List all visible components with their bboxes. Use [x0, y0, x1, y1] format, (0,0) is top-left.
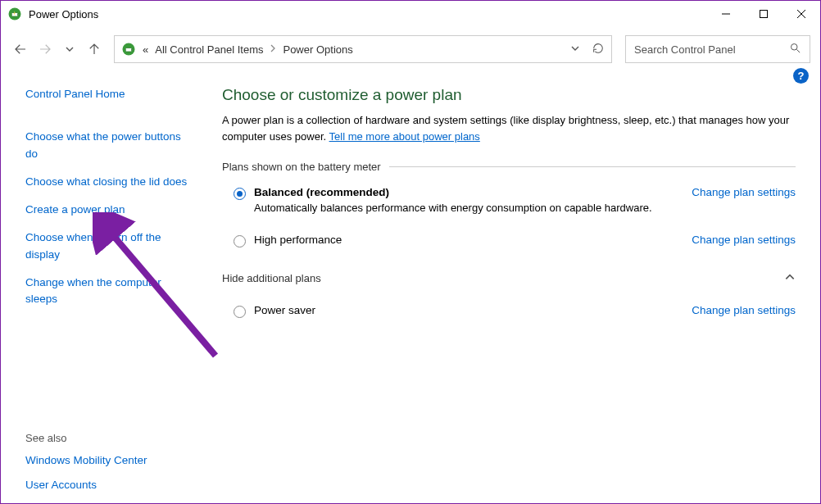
chevron-right-icon — [270, 44, 276, 54]
page-description: A power plan is a collection of hardware… — [222, 112, 796, 144]
group-title: Plans shown on the battery meter — [222, 161, 389, 173]
breadcrumb-item[interactable]: Power Options — [283, 43, 352, 56]
back-button[interactable] — [11, 36, 30, 62]
plans-visible-group: Plans shown on the battery meter Balance… — [222, 161, 796, 256]
sidebar-item-create-plan[interactable]: Create a power plan — [25, 202, 194, 218]
main-panel: Choose or customize a power plan A power… — [207, 71, 820, 503]
plan-name: High performance — [254, 234, 692, 246]
search-input[interactable]: Search Control Panel — [625, 35, 810, 63]
svg-point-10 — [792, 44, 798, 51]
svg-rect-9 — [132, 49, 134, 51]
radio-icon[interactable] — [234, 235, 246, 247]
svg-rect-4 — [760, 11, 768, 18]
navigation-toolbar: « All Control Panel Items Power Options … — [1, 27, 820, 71]
power-options-icon — [7, 7, 22, 21]
sidebar-item-display-off[interactable]: Choose when to turn off the display — [25, 229, 194, 263]
plan-description: Automatically balances performance with … — [254, 202, 692, 214]
plan-name: Balanced (recommended) — [254, 186, 692, 198]
plan-row-power-saver[interactable]: Power saver Change plan settings — [222, 293, 796, 326]
sidebar-item-power-buttons[interactable]: Choose what the power buttons do — [25, 129, 194, 162]
learn-more-link[interactable]: Tell me more about power plans — [329, 130, 480, 143]
minimize-button[interactable] — [707, 1, 745, 27]
maximize-button[interactable] — [745, 1, 782, 27]
see-also-heading: See also — [25, 432, 194, 444]
power-options-icon — [121, 42, 136, 57]
search-placeholder: Search Control Panel — [634, 43, 789, 56]
sidebar-item-lid-close[interactable]: Choose what closing the lid does — [25, 174, 194, 190]
svg-rect-2 — [18, 14, 20, 16]
window-controls — [707, 1, 820, 27]
recent-locations-button[interactable] — [60, 36, 79, 62]
sidebar-home-link[interactable]: Control Panel Home — [25, 86, 194, 102]
plan-row-high-performance[interactable]: High performance Change plan settings — [222, 222, 796, 256]
see-also-user-accounts[interactable]: User Accounts — [25, 477, 194, 493]
window-title: Power Options — [29, 8, 98, 20]
group-title[interactable]: Hide additional plans — [222, 272, 321, 284]
change-plan-settings-link[interactable]: Change plan settings — [692, 304, 796, 316]
address-bar[interactable]: « All Control Panel Items Power Options — [114, 35, 612, 63]
svg-line-11 — [796, 49, 800, 52]
content-area: ? Control Panel Home Choose what the pow… — [1, 71, 820, 503]
radio-icon[interactable] — [234, 306, 246, 318]
collapse-icon[interactable] — [784, 271, 796, 285]
plan-row-balanced[interactable]: Balanced (recommended) Automatically bal… — [222, 181, 796, 222]
see-also-mobility[interactable]: Windows Mobility Center — [25, 452, 194, 469]
page-title: Choose or customize a power plan — [222, 86, 796, 104]
plans-hidden-group: Hide additional plans Power saver Change… — [222, 272, 796, 326]
sidebar-item-sleep[interactable]: Change when the computer sleeps — [25, 275, 194, 308]
close-button[interactable] — [782, 1, 820, 27]
address-dropdown-icon[interactable] — [570, 43, 580, 56]
refresh-button[interactable] — [592, 42, 605, 57]
sidebar: Control Panel Home Choose what the power… — [1, 71, 207, 503]
titlebar: Power Options — [1, 1, 820, 27]
plan-name: Power saver — [254, 304, 692, 316]
radio-selected-icon[interactable] — [234, 188, 246, 200]
svg-rect-8 — [125, 48, 132, 52]
search-icon — [789, 42, 801, 57]
breadcrumb-prefix[interactable]: « — [143, 43, 148, 56]
forward-button[interactable] — [35, 36, 55, 62]
change-plan-settings-link[interactable]: Change plan settings — [692, 234, 796, 246]
up-button[interactable] — [84, 36, 104, 62]
breadcrumb-item[interactable]: All Control Panel Items — [155, 43, 263, 56]
change-plan-settings-link[interactable]: Change plan settings — [692, 186, 796, 198]
